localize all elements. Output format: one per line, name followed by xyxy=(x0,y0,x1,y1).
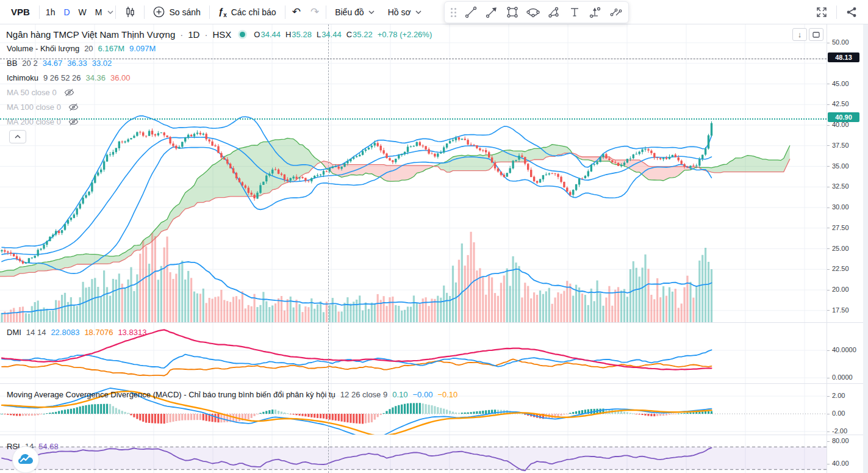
top-toolbar: VPB 1h D W M So sánh ƒx Các chỉ báo ↶ ↷ … xyxy=(0,0,868,24)
axis-tick-label: 45.00 xyxy=(832,80,849,87)
redo-button[interactable]: ↷ xyxy=(306,5,324,18)
maximize-pane-button[interactable] xyxy=(809,28,823,41)
eye-off-icon[interactable] xyxy=(64,88,74,97)
main-price-pane[interactable] xyxy=(0,24,827,322)
indicators-label: Các chỉ báo xyxy=(231,7,276,17)
ma200-legend[interactable]: MA 200 close 0 xyxy=(7,116,79,127)
eye-off-icon[interactable] xyxy=(68,117,79,126)
interval-1h[interactable]: 1h xyxy=(41,7,60,17)
symbol-ticker[interactable]: VPB xyxy=(4,7,37,17)
dot-separator: · xyxy=(204,29,207,40)
rsi-pane[interactable] xyxy=(0,435,827,473)
symbol-info-row: Ngân hàng TMCP Việt Nam Thịnh Vượng · 1D… xyxy=(6,27,432,41)
dmi-legend[interactable]: DMI 14 14 22.8083 18.7076 13.8313 xyxy=(7,327,146,338)
volume-legend-label: Volume - Khối lượng xyxy=(7,44,79,53)
axis-tick-mark xyxy=(827,145,830,146)
download-chart-button[interactable]: ↓ xyxy=(792,28,807,41)
macd-legend[interactable]: Moving Average Covergence Divergence (MA… xyxy=(7,389,457,400)
axis-tick-mark xyxy=(827,84,830,84)
symbol-name[interactable]: Ngân hàng TMCP Việt Nam Thịnh Vượng xyxy=(6,29,175,40)
ma50-legend[interactable]: MA 50 close 0 xyxy=(7,87,74,98)
axis-tick-mark xyxy=(827,310,830,311)
price-axis[interactable]: 50.0045.0042.5040.0037.5035.0032.5030.00… xyxy=(827,24,863,473)
ohlc-values: O34.44 H35.28 L34.44 C35.22 +0.78 (+2.26… xyxy=(254,30,432,39)
axis-tick-label: 25.00 xyxy=(832,245,849,252)
separator xyxy=(836,5,837,19)
axis-tick-mark xyxy=(827,378,830,378)
axis-tick-label: 32.50 xyxy=(832,182,849,190)
axis-tick-mark xyxy=(827,166,830,167)
axis-tick-mark xyxy=(827,208,830,208)
axis-tick-mark xyxy=(827,187,830,187)
pane-divider[interactable] xyxy=(0,435,868,435)
close-label: C xyxy=(346,30,352,39)
pane-divider[interactable] xyxy=(0,322,868,323)
axis-tick-label: 30.00 xyxy=(832,203,849,211)
indicators-button[interactable]: ƒx Các chỉ báo xyxy=(212,3,283,21)
interval-1m[interactable]: M xyxy=(91,7,107,17)
axis-tick-label: 37.50 xyxy=(832,142,849,149)
share-button[interactable] xyxy=(839,3,864,21)
fullscreen-icon xyxy=(816,6,828,18)
download-icon: ↓ xyxy=(798,30,802,39)
drag-handle-icon[interactable] xyxy=(447,8,461,17)
compare-button[interactable]: So sánh xyxy=(146,3,207,21)
axis-tick-mark xyxy=(827,125,830,126)
arrow-tool[interactable] xyxy=(481,3,502,21)
dot-separator: · xyxy=(180,29,183,40)
chart-type-button[interactable] xyxy=(118,3,142,21)
ma100-legend[interactable]: MA 100 close 0 xyxy=(7,101,79,112)
text-tool[interactable] xyxy=(564,3,585,21)
drawing-toolbar xyxy=(444,1,629,23)
curve-tool[interactable] xyxy=(543,3,564,21)
axis-tick-label: 42.50 xyxy=(832,100,849,107)
right-edge-strip xyxy=(863,24,868,473)
axis-tick-label: 27.50 xyxy=(832,224,849,231)
interval-menu-chevron-icon[interactable] xyxy=(107,10,113,14)
price-range-tool[interactable] xyxy=(585,3,606,21)
separator xyxy=(39,5,40,19)
fullscreen-button[interactable] xyxy=(809,3,834,21)
chart-area: Ngân hàng TMCP Việt Nam Thịnh Vượng · 1D… xyxy=(0,24,868,473)
separator xyxy=(144,5,145,19)
alert-price-line[interactable] xyxy=(0,59,827,59)
market-status-dot[interactable] xyxy=(240,32,245,37)
pane-divider[interactable] xyxy=(0,383,868,384)
eye-off-icon[interactable] xyxy=(68,103,79,112)
separator xyxy=(209,5,210,19)
price-badge-teal: 40.90 xyxy=(828,112,859,122)
parallel-channel-tool[interactable] xyxy=(606,3,626,21)
axis-tick-mark xyxy=(827,248,830,249)
price-badge-dark: 48.13 xyxy=(828,52,859,62)
high-label: H xyxy=(285,30,291,39)
axis-tick-label: 35.00 xyxy=(832,162,849,170)
open-label: O xyxy=(254,30,260,39)
volume-legend[interactable]: Volume - Khối lượng 20 6.167M 9.097M xyxy=(7,43,156,54)
profile-menu-button[interactable]: Hồ sơ xyxy=(381,3,428,21)
rectangle-tool[interactable] xyxy=(502,3,523,21)
bb-legend[interactable]: BB 20 2 34.67 36.33 33.02 xyxy=(7,57,112,68)
current-price-line xyxy=(0,118,827,120)
chart-menu-button[interactable]: Biểu đồ xyxy=(328,3,381,21)
compare-label: So sánh xyxy=(169,7,200,17)
axis-tick-mark xyxy=(827,290,830,291)
maximize-icon xyxy=(812,32,820,38)
axis-tick-mark xyxy=(827,104,830,105)
axis-tick-label: 50.00 xyxy=(832,38,849,46)
interval-1w[interactable]: W xyxy=(74,7,91,17)
platform-logo[interactable] xyxy=(12,446,39,473)
fx-icon: ƒx xyxy=(218,6,227,18)
collapse-legend-button[interactable] xyxy=(9,130,26,143)
open-value: 34.44 xyxy=(260,30,281,39)
axis-tick-mark xyxy=(827,228,830,228)
ichimoku-legend[interactable]: Ichimoku 9 26 52 26 34.36 36.00 xyxy=(7,72,131,83)
undo-button[interactable]: ↶ xyxy=(287,5,306,18)
axis-tick-mark xyxy=(827,350,830,351)
axis-tick-mark xyxy=(827,43,830,43)
interval-1d[interactable]: D xyxy=(59,7,74,17)
plus-circle-icon xyxy=(153,6,165,18)
symbol-exchange: HSX xyxy=(212,29,231,40)
chevron-down-icon xyxy=(368,10,375,14)
trend-line-tool[interactable] xyxy=(461,3,481,21)
ellipse-tool[interactable] xyxy=(523,3,543,21)
